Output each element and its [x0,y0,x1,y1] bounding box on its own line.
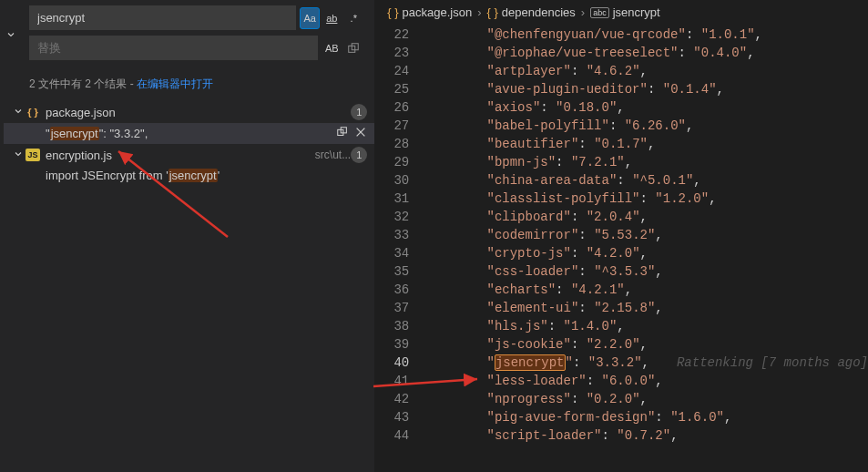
code-line[interactable]: "crypto-js": "4.2.0", [425,244,868,262]
json-icon: { } [487,5,498,19]
code-line[interactable]: "@riophae/vue-treeselect": "0.4.0", [425,44,868,62]
code-line[interactable]: "element-ui": "2.15.8", [425,299,868,317]
code-editor[interactable]: 2223242526272829303132333435363738394041… [374,26,868,472]
breadcrumb[interactable]: { }package.json›{ }dependencies›abcjsenc… [374,0,868,26]
match-count-badge: 1 [351,104,367,120]
search-panel: Aa ab .* AB 2 文件中有 2 个结果 - 在编辑器中打开 { }pa… [0,0,374,472]
code-line[interactable]: "beautifier": "0.1.7", [425,135,868,153]
code-line[interactable]: "nprogress": "0.2.0", [425,390,868,408]
breadcrumb-item[interactable]: { }dependencies [487,5,576,19]
code-line[interactable]: "jsencrypt": "3.3.2",Rattenking [7 month… [425,354,868,372]
code-line[interactable]: "clipboard": "2.0.4", [425,208,868,226]
breadcrumb-item[interactable]: { }package.json [387,5,472,19]
file-name: package.json [46,106,351,119]
search-input[interactable] [29,5,296,30]
code-line[interactable]: "classlist-polyfill": "1.2.0", [425,190,868,208]
preserve-case-toggle[interactable]: AB [322,37,342,59]
code-line[interactable]: "artplayer": "4.6.2", [425,62,868,80]
json-icon: { } [387,5,398,19]
search-match-row[interactable]: import JSEncrypt from 'jsencrypt' [4,166,374,185]
code-line[interactable]: "codemirror": "5.53.2", [425,226,868,244]
editor-panel: { }package.json›{ }dependencies›abcjsenc… [374,0,868,472]
code-line[interactable]: "hls.js": "1.4.0", [425,317,868,335]
code-line[interactable]: "axios": "0.18.0", [425,98,868,117]
regex-toggle[interactable]: .* [343,7,363,29]
code-line[interactable]: "script-loader": "0.7.2", [425,426,868,445]
result-file-row[interactable]: { }package.json1 [4,101,374,123]
json-icon: { } [26,105,40,119]
chevron-down-icon[interactable] [5,29,16,43]
whole-word-toggle[interactable]: ab [322,7,342,29]
replace-all-button[interactable] [343,37,363,59]
breadcrumb-item[interactable]: abcjsencrypt [590,5,660,19]
result-file-row[interactable]: JSencryption.jssrc\ut...1 [4,144,374,166]
code-line[interactable]: "babel-polyfill": "6.26.0", [425,117,868,135]
file-path: src\ut... [315,149,351,161]
match-count-badge: 1 [351,147,367,163]
open-in-editor-link[interactable]: 在编辑器中打开 [137,77,213,90]
code-line[interactable]: "css-loader": "^3.5.3", [425,262,868,281]
replace-icon[interactable] [336,126,349,141]
chevron-down-icon [13,149,26,162]
code-line[interactable]: "@chenfengyuan/vue-qrcode": "1.0.1", [425,26,868,44]
file-name: encryption.js [46,149,310,162]
replace-input[interactable] [29,36,318,60]
dismiss-icon[interactable] [354,126,367,141]
code-line[interactable]: "js-cookie": "2.2.0", [425,335,868,354]
search-match-row[interactable]: "jsencrypt": "3.3.2", [4,123,374,144]
match-case-toggle[interactable]: Aa [300,7,320,29]
code-line[interactable]: "bpmn-js": "7.2.1", [425,153,868,171]
code-line[interactable]: "pig-avue-form-design": "1.6.0", [425,408,868,426]
code-line[interactable]: "avue-plugin-ueditor": "0.1.4", [425,80,868,98]
code-line[interactable]: "china-area-data": "^5.0.1", [425,171,868,190]
code-line[interactable]: "less-loader": "6.0.0", [425,372,868,390]
string-icon: abc [590,7,609,18]
git-blame-annotation: Rattenking [7 months ago] [677,355,868,370]
results-summary: 2 文件中有 2 个结果 - 在编辑器中打开 [0,71,374,101]
js-icon: JS [26,149,40,161]
chevron-down-icon [13,106,26,119]
code-line[interactable]: "echarts": "4.2.1", [425,281,868,299]
